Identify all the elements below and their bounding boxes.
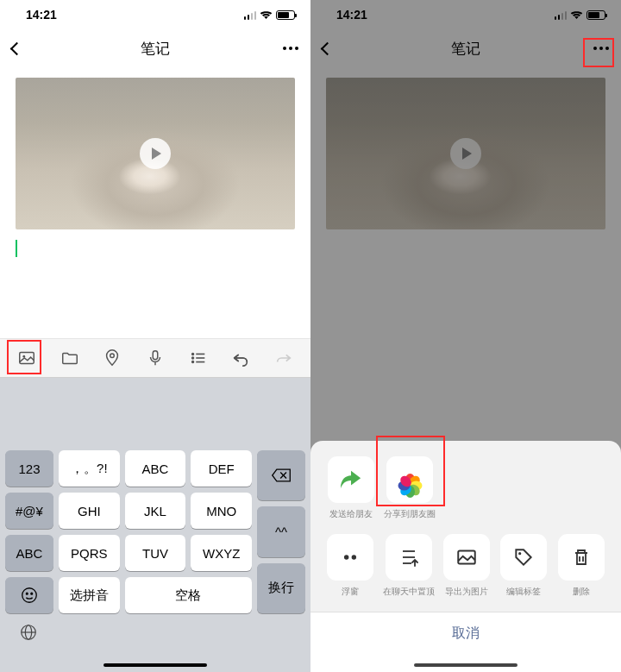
text-cursor <box>16 240 17 257</box>
svg-point-1 <box>22 355 25 358</box>
key-caret[interactable]: ^^ <box>257 506 305 556</box>
play-icon <box>140 138 171 169</box>
svg-point-12 <box>31 593 33 594</box>
more-dots-icon <box>283 47 298 50</box>
key-punct[interactable]: ，。?! <box>59 450 120 487</box>
nav-bar: 笔记 <box>0 29 310 67</box>
cell-signal-icon <box>244 10 257 20</box>
wifi-icon <box>260 10 273 20</box>
more-button[interactable] <box>264 47 298 50</box>
key-mno[interactable]: MNO <box>191 493 252 529</box>
action-sheet: 发送给朋友 <box>310 441 621 672</box>
share-to-moments-label: 分享到朋友圈 <box>384 508 436 520</box>
float-label: 浮窗 <box>342 586 359 598</box>
mic-icon[interactable] <box>145 348 166 368</box>
pin-in-chat[interactable]: 在聊天中置顶 <box>384 534 434 598</box>
key-tuv[interactable]: TUV <box>125 535 186 571</box>
svg-rect-3 <box>153 351 158 360</box>
svg-point-18 <box>344 555 348 559</box>
svg-point-19 <box>352 555 356 559</box>
svg-point-8 <box>191 361 193 363</box>
share-to-friend[interactable]: 发送给朋友 <box>326 456 376 520</box>
svg-point-24 <box>518 552 521 555</box>
status-time: 14:21 <box>26 8 57 22</box>
key-wxyz[interactable]: WXYZ <box>191 535 252 571</box>
key-symbols[interactable]: #@¥ <box>5 493 53 529</box>
list-icon[interactable] <box>188 348 209 368</box>
share-to-friend-label: 发送给朋友 <box>329 508 373 520</box>
tags-label: 编辑标签 <box>506 586 541 598</box>
key-pqrs[interactable]: PQRS <box>59 535 120 571</box>
moments-icon <box>398 468 422 492</box>
battery-icon <box>276 10 295 20</box>
float-window[interactable]: 浮窗 <box>326 534 375 598</box>
key-jkl[interactable]: JKL <box>125 493 186 529</box>
key-emoji[interactable] <box>5 577 53 613</box>
phone-left-screen: 14:21 笔记 <box>0 0 310 672</box>
keyboard: 123 #@¥ ABC ，。?! ABC DEF <box>0 378 310 672</box>
svg-point-4 <box>191 354 193 355</box>
share-row: 发送给朋友 <box>310 456 621 534</box>
globe-button[interactable] <box>0 613 310 651</box>
back-button[interactable] <box>12 44 47 53</box>
tag-icon <box>512 546 535 568</box>
pin-icon <box>398 547 419 568</box>
key-123[interactable]: 123 <box>5 450 53 487</box>
status-indicators <box>244 10 296 20</box>
candidate-bar[interactable] <box>0 378 310 447</box>
image-icon[interactable] <box>16 348 37 368</box>
redo-icon <box>273 348 294 368</box>
page-title: 笔记 <box>141 39 170 59</box>
key-enter[interactable]: 换行 <box>257 563 305 613</box>
pin-label: 在聊天中置顶 <box>383 586 435 598</box>
status-bar: 14:21 <box>0 0 310 29</box>
undo-icon[interactable] <box>230 348 251 368</box>
video-thumbnail[interactable] <box>16 78 295 229</box>
folder-icon[interactable] <box>60 348 80 368</box>
svg-point-10 <box>22 588 37 603</box>
float-icon <box>339 546 361 568</box>
location-icon[interactable] <box>102 348 122 368</box>
delete-label: 删除 <box>573 586 590 598</box>
actions-row: 浮窗 在聊天中置顶 导出为图片 <box>310 534 621 612</box>
note-content[interactable] <box>0 67 310 257</box>
share-arrow-icon <box>338 468 364 491</box>
key-backspace[interactable] <box>257 450 305 500</box>
svg-point-11 <box>26 593 28 594</box>
home-indicator[interactable] <box>414 663 518 667</box>
key-def[interactable]: DEF <box>191 450 252 487</box>
edit-toolbar <box>0 338 310 378</box>
svg-point-6 <box>191 357 193 359</box>
svg-point-2 <box>110 354 115 358</box>
key-abc2[interactable]: ABC <box>125 450 186 487</box>
export-image[interactable]: 导出为图片 <box>442 534 492 598</box>
share-to-moments[interactable]: 分享到朋友圈 <box>385 456 435 520</box>
export-label: 导出为图片 <box>445 586 488 598</box>
phone-right-screen: 14:21 笔记 发送给朋 <box>310 0 621 672</box>
trash-icon <box>571 547 592 568</box>
chevron-left-icon <box>10 41 24 55</box>
key-select-pinyin[interactable]: 选拼音 <box>59 577 120 613</box>
home-indicator[interactable] <box>104 663 207 667</box>
key-ghi[interactable]: GHI <box>59 493 120 529</box>
delete[interactable]: 删除 <box>557 534 606 598</box>
image-export-icon <box>455 546 478 568</box>
key-space[interactable]: 空格 <box>125 577 252 613</box>
edit-tags[interactable]: 编辑标签 <box>499 534 549 598</box>
key-abc[interactable]: ABC <box>5 535 53 571</box>
